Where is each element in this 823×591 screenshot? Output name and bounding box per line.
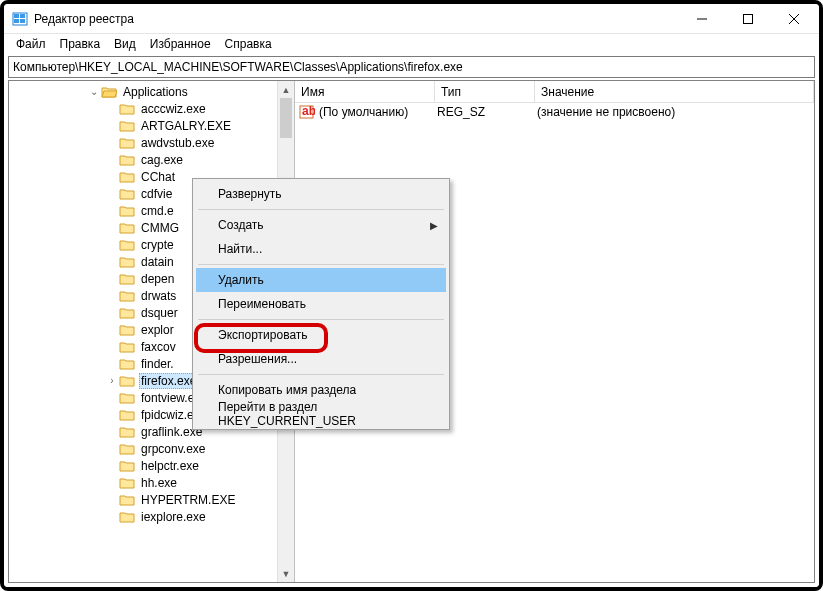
menu-favorites[interactable]: Избранное xyxy=(144,35,217,53)
folder-icon xyxy=(119,136,135,150)
svg-rect-2 xyxy=(20,14,25,18)
chevron-down-icon[interactable]: ⌄ xyxy=(87,86,101,97)
folder-icon xyxy=(119,510,135,524)
regedit-icon xyxy=(12,11,28,27)
ctx-item-label: Удалить xyxy=(218,273,264,287)
ctx-item[interactable]: Перейти в раздел HKEY_CURRENT_USER xyxy=(196,402,446,426)
window-frame: Редактор реестра Файл Правка Вид Избранн… xyxy=(0,0,823,591)
svg-rect-1 xyxy=(14,14,19,18)
close-button[interactable] xyxy=(771,4,817,34)
tree-node[interactable]: hh.exe xyxy=(9,474,294,491)
tree-label: hh.exe xyxy=(139,476,179,490)
ctx-separator xyxy=(198,319,444,320)
folder-icon xyxy=(119,255,135,269)
folder-icon xyxy=(119,493,135,507)
scroll-down-icon[interactable]: ▼ xyxy=(278,565,294,582)
folder-icon xyxy=(119,357,135,371)
folder-icon xyxy=(119,425,135,439)
svg-rect-6 xyxy=(744,14,753,23)
col-name[interactable]: Имя xyxy=(295,81,435,102)
tree-node[interactable]: helpctr.exe xyxy=(9,457,294,474)
ctx-item[interactable]: Создать▶ xyxy=(196,213,446,237)
context-menu: РазвернутьСоздать▶Найти...УдалитьПереиме… xyxy=(192,178,450,430)
folder-icon xyxy=(119,340,135,354)
tree-node[interactable]: cag.exe xyxy=(9,151,294,168)
value-data: (значение не присвоено) xyxy=(537,105,675,119)
ctx-separator xyxy=(198,209,444,210)
menubar: Файл Правка Вид Избранное Справка xyxy=(4,34,819,54)
folder-icon xyxy=(119,323,135,337)
tree-label: helpctr.exe xyxy=(139,459,201,473)
folder-icon xyxy=(119,306,135,320)
folder-icon xyxy=(119,238,135,252)
ctx-item-label: Развернуть xyxy=(218,187,282,201)
folder-icon xyxy=(119,476,135,490)
chevron-right-icon[interactable]: › xyxy=(105,375,119,386)
maximize-button[interactable] xyxy=(725,4,771,34)
tree-node[interactable]: acccwiz.exe xyxy=(9,100,294,117)
tree-node[interactable]: grpconv.exe xyxy=(9,440,294,457)
address-path: Компьютер\HKEY_LOCAL_MACHINE\SOFTWARE\Cl… xyxy=(13,60,463,74)
ctx-item[interactable]: Экспортировать xyxy=(196,323,446,347)
ctx-item[interactable]: Копировать имя раздела xyxy=(196,378,446,402)
scroll-up-icon[interactable]: ▲ xyxy=(278,81,294,98)
tree-label: drwats xyxy=(139,289,178,303)
tree-node[interactable]: HYPERTRM.EXE xyxy=(9,491,294,508)
ctx-item-label: Переименовать xyxy=(218,297,306,311)
ctx-item-label: Разрешения... xyxy=(218,352,297,366)
folder-icon xyxy=(119,102,135,116)
folder-icon xyxy=(119,170,135,184)
address-bar[interactable]: Компьютер\HKEY_LOCAL_MACHINE\SOFTWARE\Cl… xyxy=(8,56,815,78)
tree-label: Applications xyxy=(121,85,190,99)
ctx-item[interactable]: Переименовать xyxy=(196,292,446,316)
tree-label: iexplore.exe xyxy=(139,510,208,524)
tree-node[interactable]: awdvstub.exe xyxy=(9,134,294,151)
menu-view[interactable]: Вид xyxy=(108,35,142,53)
folder-icon xyxy=(119,442,135,456)
folder-icon xyxy=(119,374,135,388)
svg-rect-4 xyxy=(20,19,25,23)
tree-label: CChat xyxy=(139,170,177,184)
tree-label: crypte xyxy=(139,238,176,252)
window-title: Редактор реестра xyxy=(34,12,679,26)
tree-label: cmd.e xyxy=(139,204,176,218)
tree-label: firefox.exe xyxy=(139,373,198,389)
submenu-arrow-icon: ▶ xyxy=(430,220,438,231)
tree-node[interactable]: ARTGALRY.EXE xyxy=(9,117,294,134)
tree-label: cdfvie xyxy=(139,187,174,201)
minimize-button[interactable] xyxy=(679,4,725,34)
values-header: Имя Тип Значение xyxy=(295,81,814,103)
tree-label: dsquer xyxy=(139,306,180,320)
tree-label: faxcov xyxy=(139,340,178,354)
folder-icon xyxy=(119,289,135,303)
value-row[interactable]: ab (По умолчанию) REG_SZ (значение не пр… xyxy=(295,103,814,121)
folder-icon xyxy=(119,153,135,167)
ctx-item[interactable]: Разрешения... xyxy=(196,347,446,371)
tree-label: grpconv.exe xyxy=(139,442,207,456)
col-type[interactable]: Тип xyxy=(435,81,535,102)
string-value-icon: ab xyxy=(299,104,315,120)
col-value[interactable]: Значение xyxy=(535,81,814,102)
tree-label: awdvstub.exe xyxy=(139,136,216,150)
menu-edit[interactable]: Правка xyxy=(54,35,107,53)
folder-icon xyxy=(119,187,135,201)
titlebar[interactable]: Редактор реестра xyxy=(4,4,819,34)
tree-node-applications[interactable]: ⌄Applications xyxy=(9,83,294,100)
folder-icon xyxy=(119,459,135,473)
ctx-item[interactable]: Удалить xyxy=(196,268,446,292)
menu-help[interactable]: Справка xyxy=(219,35,278,53)
svg-rect-3 xyxy=(14,19,19,23)
folder-icon xyxy=(119,119,135,133)
tree-label: cag.exe xyxy=(139,153,185,167)
folder-icon xyxy=(119,221,135,235)
ctx-item-label: Копировать имя раздела xyxy=(218,383,356,397)
tree-label: datain xyxy=(139,255,176,269)
ctx-separator xyxy=(198,264,444,265)
tree-node[interactable]: iexplore.exe xyxy=(9,508,294,525)
svg-text:ab: ab xyxy=(302,104,315,118)
scroll-thumb[interactable] xyxy=(280,98,292,138)
tree-label: CMMG xyxy=(139,221,181,235)
ctx-item[interactable]: Развернуть xyxy=(196,182,446,206)
ctx-item[interactable]: Найти... xyxy=(196,237,446,261)
menu-file[interactable]: Файл xyxy=(10,35,52,53)
